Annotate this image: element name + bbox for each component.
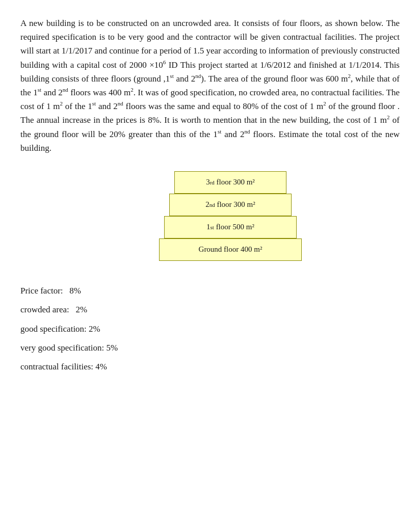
factor-price-label: Price factor: (20, 286, 63, 296)
factor-crowded: crowded area: 2% (20, 300, 400, 319)
factors-section: Price factor: 8% crowded area: 2% good s… (20, 281, 400, 377)
building-diagram: 3rd floor 300 m² 2nd floor 300 m² 1st fl… (61, 171, 400, 261)
floor-2nd: 2nd floor 300 m² (169, 194, 292, 216)
floor-ground: Ground floor 400 m² (159, 238, 302, 261)
factor-contractual: contractual facilities: 4% (20, 357, 400, 376)
factor-crowded-label: crowded area: (20, 305, 69, 314)
factor-contractual-value: 4% (95, 362, 107, 371)
main-text-block: A new building is to be constructed on a… (20, 16, 400, 155)
factor-good-spec: good specification: 2% (20, 319, 400, 338)
factor-contractual-label: contractual facilities: (20, 362, 93, 371)
floor-3rd: 3rd floor 300 m² (174, 171, 286, 194)
factor-good-spec-label: good specification: (20, 324, 87, 334)
factor-very-good-spec-value: 5% (107, 343, 118, 353)
factor-price-value: 8% (69, 286, 81, 296)
factor-crowded-value: 2% (76, 305, 88, 314)
floor-1st: 1st floor 500 m² (164, 216, 297, 238)
factor-very-good-spec: very good specification: 5% (20, 338, 400, 357)
factor-price: Price factor: 8% (20, 281, 400, 300)
factor-good-spec-value: 2% (89, 324, 100, 334)
factor-very-good-spec-label: very good specification: (20, 343, 104, 353)
